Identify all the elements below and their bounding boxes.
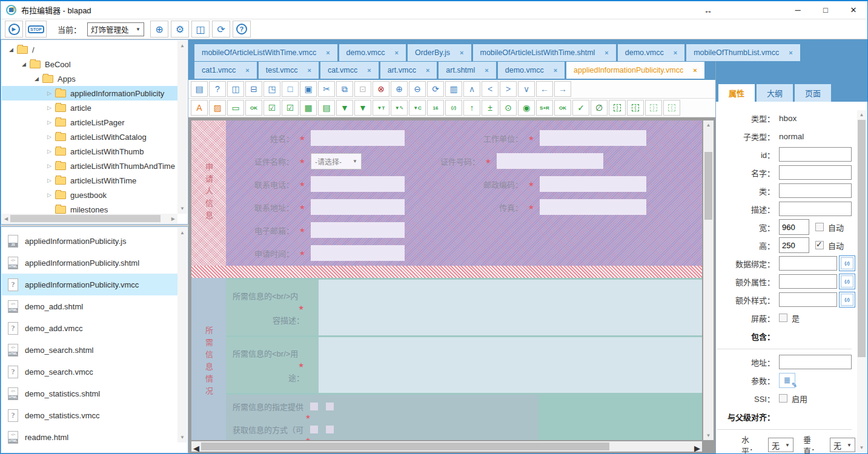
close-icon[interactable]: × [485, 67, 488, 74]
close-icon[interactable]: × [674, 49, 677, 56]
edit-params-icon[interactable]: ≣ [779, 373, 795, 388]
editor-tab[interactable]: cat.vmcc× [320, 62, 379, 79]
globe-button[interactable]: ⊕ [150, 21, 168, 38]
tree-item[interactable]: ▷articleListPager [2, 115, 177, 130]
dashed-right-button[interactable]: ⟩ [609, 100, 626, 116]
checkbox[interactable] [815, 241, 824, 249]
delete-button[interactable]: ⊗ [373, 81, 389, 97]
cut-button[interactable]: ✂ [318, 81, 335, 97]
scrollbar-thumb[interactable] [858, 120, 866, 357]
tree-expand-icon[interactable]: ▷ [45, 90, 54, 96]
editor-tab[interactable]: demo.vmcc× [618, 44, 684, 61]
file-item[interactable]: </>HTMLreadme.html [2, 426, 177, 448]
property-input[interactable] [779, 355, 852, 369]
editor-tab[interactable]: demo.vmcc× [339, 44, 406, 61]
scrollbar-thumb[interactable] [704, 152, 712, 220]
canvas-horizontal-scrollbar[interactable]: ◀ ▶ [191, 441, 702, 452]
file-item[interactable]: ?demo_search.vmcc [2, 361, 177, 383]
tree-item[interactable]: ▷articleListWithThumbAndTime [2, 159, 177, 173]
tree-item[interactable]: ▷guestbook [2, 188, 177, 202]
tree-vertical-scrollbar[interactable]: ▲ ▼ [177, 41, 187, 214]
close-icon[interactable]: × [789, 49, 792, 56]
checkbox[interactable] [326, 426, 334, 433]
panel-tab-大纲[interactable]: 大纲 [757, 84, 793, 102]
radio-button[interactable]: ⊙ [500, 100, 517, 116]
editor-tab[interactable]: art.vmcc× [380, 62, 437, 79]
tree-collapse-icon[interactable]: ◢ [7, 47, 16, 53]
property-input[interactable] [779, 165, 852, 180]
scroll-left-icon[interactable]: ◀ [193, 444, 199, 453]
save-button[interactable]: ▤ [191, 81, 208, 97]
split-horizontal-button[interactable]: ⊟ [245, 81, 262, 97]
dropdown-copy-button[interactable]: ▼C [409, 100, 426, 116]
corner-layout-button[interactable]: ◳ [263, 81, 280, 97]
align-select[interactable]: 无▼ [830, 438, 855, 452]
checkbox[interactable] [779, 314, 787, 322]
close-icon[interactable]: × [426, 67, 429, 74]
hide-button[interactable]: ∅ [591, 100, 608, 116]
checkbox[interactable] [779, 394, 787, 403]
stop-button[interactable]: STOP [25, 21, 47, 38]
dashed-right2-button[interactable]: ⟩ [645, 100, 662, 116]
property-input[interactable] [779, 147, 852, 162]
tree-expand-icon[interactable]: ▷ [45, 192, 54, 198]
property-input[interactable] [779, 237, 809, 253]
radio-group-button[interactable]: ◉ [518, 100, 535, 116]
dropdown-group-button[interactable]: ▼ [354, 100, 371, 116]
move-left-button[interactable]: < [482, 81, 499, 97]
checkbox[interactable] [310, 403, 318, 410]
move-right-button[interactable]: > [500, 81, 517, 97]
resize-icon[interactable]: ↔ [704, 5, 712, 15]
dropdown-text-button[interactable]: ▼T [373, 100, 389, 116]
date16-button[interactable]: 16 [427, 100, 444, 116]
scroll-up-icon[interactable]: ▲ [857, 112, 866, 117]
scroll-down-icon[interactable]: ▼ [857, 445, 866, 450]
code-icon[interactable]: ⟨/⟩ [839, 292, 855, 308]
field-input[interactable] [311, 176, 405, 192]
tree-item[interactable]: ▷appliedInformationPublicity [2, 86, 177, 100]
tree-collapse-icon[interactable]: ◢ [32, 76, 41, 82]
arrow-left-button[interactable]: ← [536, 81, 553, 97]
tree-item[interactable]: ▷articleListWithTime [2, 173, 177, 188]
field-input[interactable] [311, 222, 405, 238]
close-button[interactable]: ✕ [840, 1, 867, 19]
checkbox[interactable] [310, 426, 318, 433]
field-textarea[interactable] [319, 337, 702, 393]
swap-panel-button[interactable]: ▥ [445, 81, 462, 97]
tree-expand-icon[interactable]: ▷ [45, 163, 54, 169]
dropdown-button[interactable]: ▼ [336, 100, 353, 116]
run-button[interactable]: ▶ [5, 21, 23, 38]
editor-tab[interactable]: mobileOfArticleListWithTime.shtml× [473, 44, 616, 61]
close-icon[interactable]: × [326, 49, 330, 56]
files-vertical-scrollbar[interactable]: ▲ ▼ [177, 228, 187, 442]
file-item[interactable]: JSappliedInformationPublicity.js [2, 230, 177, 252]
file-item[interactable] [2, 448, 177, 452]
split-vertical-button[interactable]: ◫ [227, 81, 244, 97]
sr-button-button[interactable]: S+R [536, 100, 553, 116]
scroll-up-icon[interactable]: ▲ [180, 41, 185, 51]
tree-horizontal-scrollbar[interactable]: ◀ ▶ [2, 214, 177, 223]
scroll-down-icon[interactable]: ▼ [180, 432, 185, 442]
calendar-button[interactable]: ▦ [300, 100, 317, 116]
editor-tab[interactable]: mobileOfArticleListWithTime.vmcc× [194, 44, 337, 61]
scrollbar-thumb[interactable] [201, 442, 609, 450]
upload-button[interactable]: ↑ [463, 100, 480, 116]
dropdown-link-button[interactable]: ▼✎ [391, 100, 408, 116]
field-select[interactable]: -请选择-▼ [311, 153, 362, 169]
tree-expand-icon[interactable]: ▷ [45, 105, 54, 111]
split-view-button[interactable]: ◫ [191, 21, 210, 38]
site-select[interactable]: 灯饰管理处 ▼ [87, 22, 144, 36]
scroll-right-icon[interactable]: ▶ [169, 216, 177, 222]
file-item[interactable]: </>HTMLdemo_search.shtml [2, 339, 177, 361]
file-item[interactable]: ?appliedInformationPublicity.vmcc [2, 274, 177, 295]
file-item[interactable]: </>HTMLdemo_add.shtml [2, 295, 177, 317]
panel-vertical-scrollbar[interactable]: ▲ ▼ [857, 110, 866, 452]
scroll-down-icon[interactable]: ▼ [703, 433, 714, 438]
maximize-button[interactable]: □ [812, 1, 840, 19]
code-button[interactable]: ⟨/⟩ [445, 100, 462, 116]
file-item[interactable]: ?demo_add.vmcc [2, 317, 177, 339]
file-item[interactable]: ?demo_statistics.vmcc [2, 404, 177, 426]
field-input[interactable] [540, 176, 646, 192]
property-input[interactable] [779, 292, 837, 307]
arrow-right-button[interactable]: → [554, 81, 571, 97]
